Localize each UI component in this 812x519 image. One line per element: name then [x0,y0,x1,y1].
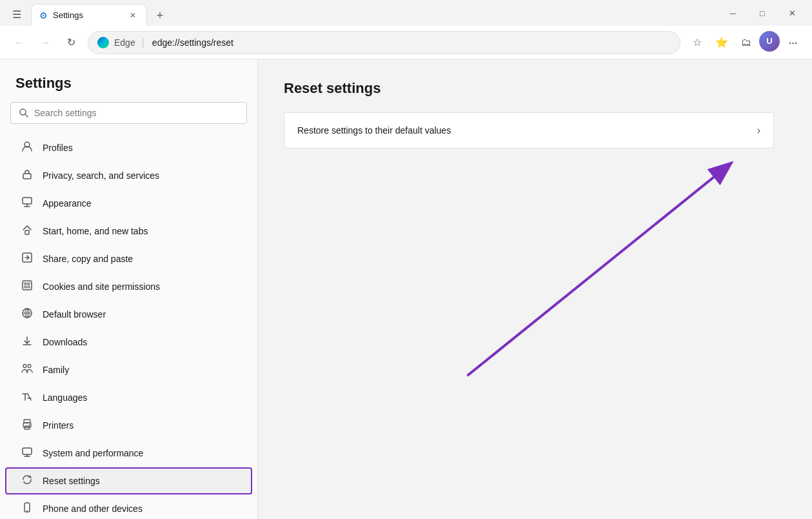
system-icon [21,446,34,460]
sidebar-label-printers: Printers [43,420,74,431]
back-button[interactable]: ← [8,31,31,54]
svg-point-15 [28,365,31,368]
sidebar-item-system[interactable]: System and performance [5,440,252,467]
sidebar-label-privacy: Privacy, search, and services [43,170,159,181]
sidebar-label-system: System and performance [43,448,143,458]
url-display: edge://settings/reset [152,37,671,48]
sidebar-item-languages[interactable]: Languages [5,384,252,411]
page-area: Reset settings Restore settings to their… [258,59,812,519]
svg-rect-7 [23,281,32,290]
page-title: Reset settings [284,80,786,97]
nav-icons: ☆ ⭐ 🗂 U ··· [686,31,804,54]
minimize-button[interactable]: ─ [718,3,748,23]
share-icon [21,252,34,266]
languages-icon [21,391,34,405]
restore-defaults-button[interactable]: Restore settings to their default values… [284,112,774,148]
svg-point-14 [23,365,26,368]
start-icon [21,224,34,238]
svg-point-19 [29,424,30,425]
collections-icon[interactable]: 🗂 [735,31,758,54]
search-icon [19,108,29,118]
reset-icon [21,474,34,488]
nav-items-container: Profiles Privacy, search, and services A… [0,134,257,519]
refresh-button[interactable]: ↻ [59,31,83,54]
sidebar-toggle-button[interactable]: ☰ [5,3,28,26]
sidebar-label-profiles: Profiles [43,143,73,153]
sidebar-label-phone: Phone and other devices [43,504,143,514]
sidebar-label-languages: Languages [43,392,87,403]
sidebar-label-share: Share, copy and paste [43,254,133,264]
close-button[interactable]: ✕ [777,3,807,23]
sidebar-item-share[interactable]: Share, copy and paste [5,245,252,272]
downloads-icon [21,335,34,349]
sidebar-item-profiles[interactable]: Profiles [5,134,252,161]
address-bar[interactable]: Edge | edge://settings/reset [88,31,680,54]
sidebar-item-privacy[interactable]: Privacy, search, and services [5,162,252,189]
svg-rect-11 [28,286,30,288]
tab-bar: ☰ ⚙ Settings ✕ + [5,0,715,26]
tab-close-button[interactable]: ✕ [127,10,139,21]
settings-tab[interactable]: ⚙ Settings ✕ [31,4,147,26]
url-separator: | [142,37,144,48]
svg-rect-5 [25,230,29,234]
sidebar-item-downloads[interactable]: Downloads [5,329,252,356]
window-controls: ─ □ ✕ [718,3,807,23]
reading-list-icon[interactable]: ⭐ [710,31,733,54]
maximize-button[interactable]: □ [748,3,777,23]
svg-rect-9 [28,283,30,285]
cookies-icon [21,280,34,294]
favorites-icon[interactable]: ☆ [686,31,709,54]
sidebar-item-start[interactable]: Start, home, and new tabs [5,218,252,245]
edge-label: Edge [114,37,135,48]
sidebar-item-appearance[interactable]: Appearance [5,190,252,217]
default-icon [21,307,34,321]
search-input[interactable] [34,108,239,118]
title-bar: ☰ ⚙ Settings ✕ + ─ □ ✕ [0,0,812,26]
sidebar-label-family: Family [43,365,69,375]
svg-rect-8 [25,283,26,285]
profile-avatar[interactable]: U [759,31,780,52]
sidebar-item-phone[interactable]: Phone and other devices [5,495,252,519]
chevron-right-icon: › [757,125,760,136]
tab-title: Settings [53,10,83,20]
edge-logo-icon [97,37,109,48]
sidebar-item-cookies[interactable]: Cookies and site permissions [5,273,252,300]
svg-rect-4 [23,198,32,204]
restore-defaults-label: Restore settings to their default values [297,125,451,136]
sidebar-label-default: Default browser [43,309,106,320]
svg-rect-10 [25,286,26,288]
sidebar-label-downloads: Downloads [43,337,87,347]
profiles-icon [21,141,34,155]
tab-icon: ⚙ [39,10,48,21]
sidebar-title: Settings [0,59,257,102]
sidebar-label-start: Start, home, and new tabs [43,226,148,236]
svg-rect-3 [23,174,31,179]
appearance-icon [21,196,34,210]
search-box[interactable] [10,102,247,124]
sidebar-item-default[interactable]: Default browser [5,301,252,328]
svg-line-1 [25,114,28,117]
sidebar: Settings Profiles Privacy, search, and s… [0,59,258,519]
browser-chrome: ☰ ⚙ Settings ✕ + ─ □ ✕ ← → ↻ Edge | edge… [0,0,812,59]
sidebar-item-reset[interactable]: Reset settings [5,467,252,494]
forward-button[interactable]: → [34,31,57,54]
sidebar-label-reset: Reset settings [43,476,100,486]
sidebar-label-cookies: Cookies and site permissions [43,281,160,292]
privacy-icon [21,168,34,183]
family-icon [21,363,34,377]
navigation-bar: ← → ↻ Edge | edge://settings/reset ☆ ⭐ 🗂… [0,26,812,59]
svg-rect-16 [24,420,30,423]
svg-line-25 [468,163,732,376]
sidebar-label-appearance: Appearance [43,198,92,209]
phone-icon [21,502,34,516]
svg-point-22 [26,510,28,511]
svg-rect-20 [23,448,32,454]
sidebar-item-family[interactable]: Family [5,356,252,383]
sidebar-item-printers[interactable]: Printers [5,412,252,439]
new-tab-button[interactable]: + [150,5,170,26]
printers-icon [21,418,34,432]
main-content: Settings Profiles Privacy, search, and s… [0,59,812,519]
settings-menu-button[interactable]: ··· [781,31,804,54]
